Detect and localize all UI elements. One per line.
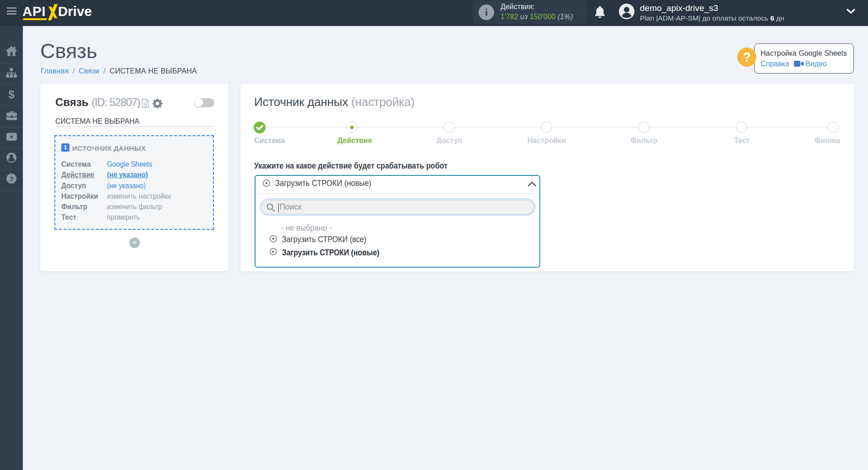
svg-text:Drive: Drive xyxy=(58,4,92,19)
svg-text:API: API xyxy=(23,4,46,19)
svg-text:?: ? xyxy=(9,175,13,183)
